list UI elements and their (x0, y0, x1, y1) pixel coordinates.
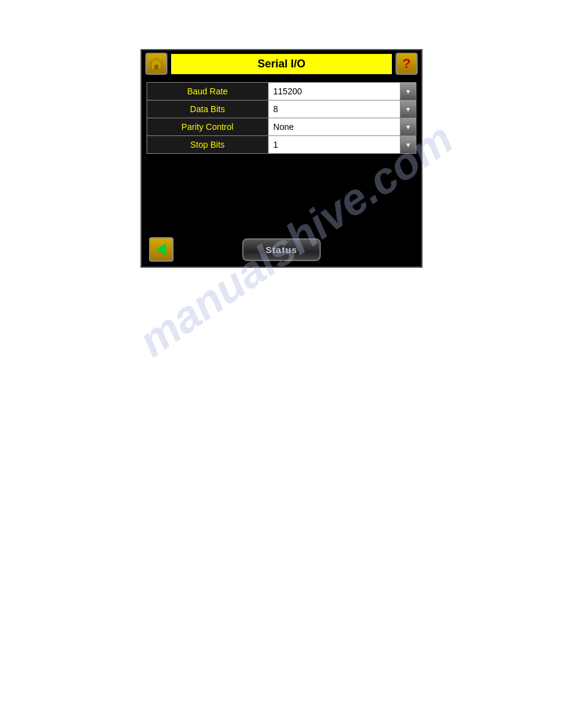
dropdown-wrapper-3[interactable]: 1 (269, 136, 416, 153)
row-value-cell-3: 1 (268, 136, 416, 154)
table-row: Stop Bits1 (147, 136, 416, 154)
panel-title: Serial I/O (171, 54, 392, 74)
table-row: Parity ControlNone (147, 118, 416, 136)
row-label-3: Stop Bits (147, 136, 269, 154)
row-label-1: Data Bits (147, 100, 269, 118)
row-value-cell-0: 115200 (268, 83, 416, 100)
help-icon: ? (402, 56, 410, 72)
panel-header: Serial I/O ? (142, 50, 421, 77)
help-button[interactable]: ? (396, 53, 418, 75)
status-button[interactable]: Status (242, 238, 321, 261)
row-label-0: Baud Rate (147, 83, 269, 100)
settings-table: Baud Rate115200Data Bits8Parity ControlN… (147, 82, 416, 154)
settings-area: Baud Rate115200Data Bits8Parity ControlN… (142, 77, 421, 159)
dropdown-wrapper-2[interactable]: None (269, 118, 416, 135)
dropdown-wrapper-1[interactable]: 8 (269, 100, 416, 118)
table-row: Baud Rate115200 (147, 83, 416, 100)
dropdown-arrow-icon-1[interactable] (400, 100, 416, 118)
dropdown-arrow-icon-2[interactable] (400, 118, 416, 135)
back-arrow-icon (156, 243, 166, 256)
dropdown-value-0: 115200 (269, 83, 400, 100)
dropdown-arrow-icon-0[interactable] (400, 83, 416, 100)
dropdown-wrapper-0[interactable]: 115200 (269, 83, 416, 100)
dropdown-value-2: None (269, 118, 400, 135)
main-panel: Serial I/O ? Baud Rate115200Data Bits8Pa… (140, 49, 423, 268)
content-area (142, 159, 421, 232)
dropdown-value-3: 1 (269, 136, 400, 153)
row-value-cell-2: None (268, 118, 416, 136)
home-button[interactable] (145, 53, 167, 75)
row-label-2: Parity Control (147, 118, 269, 136)
table-row: Data Bits8 (147, 100, 416, 118)
row-value-cell-1: 8 (268, 100, 416, 118)
dropdown-value-1: 8 (269, 100, 400, 118)
dropdown-arrow-icon-3[interactable] (400, 136, 416, 153)
svg-rect-1 (155, 65, 158, 69)
back-button[interactable] (149, 237, 174, 262)
home-icon (149, 56, 164, 71)
panel-footer: Status (142, 232, 421, 267)
